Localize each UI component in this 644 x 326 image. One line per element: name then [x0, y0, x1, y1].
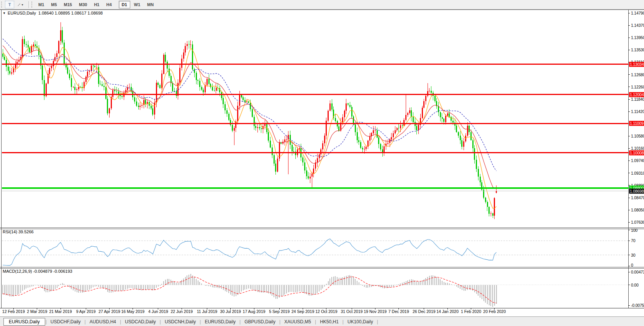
resistance-price-label: 1.13034: [629, 62, 644, 67]
price-axis-label: 1.12680: [631, 72, 644, 77]
dropdown-caret-icon: ▼: [21, 3, 24, 6]
price-axis-label: 1.08890: [631, 183, 644, 188]
mt4-window: T ▼ M1M5M15M30H1H4D1W1MN ▼EURUSD,Daily 1…: [0, 0, 644, 326]
date-axis-label: 12 Oct 2019: [315, 309, 337, 314]
axis-overlay: 1.147901.143701.139501.135301.131101.126…: [0, 0, 644, 326]
date-axis-label: 9 Apr 2019: [76, 309, 96, 314]
date-axis-label: 12 Feb 2019: [2, 309, 25, 314]
chart-caption-text: EURUSD,Daily 1.08640 1.08895 1.08617 1.0…: [8, 11, 103, 15]
rsi-axis-label: 0: [631, 263, 633, 267]
crosshair-tool-button[interactable]: ▼: [15, 1, 26, 8]
price-axis-label: 1.14370: [631, 23, 644, 28]
price-axis-label: 1.09310: [631, 171, 644, 175]
timeframe-button-group: M1M5M15M30H1H4D1W1MN: [35, 1, 160, 8]
date-axis-label: 19 Nov 2019: [364, 309, 387, 314]
toolbar-grip[interactable]: [31, 2, 33, 8]
macd-axis-label: 0.004738: [631, 270, 644, 274]
resistance-price-label: 1.10008: [629, 150, 644, 155]
rsi-label: RSI(14) 39.5266: [3, 229, 34, 234]
date-axis-label: 22 Jun 2019: [170, 309, 193, 314]
timeframe-button-m15[interactable]: M15: [61, 1, 75, 8]
date-axis-label: 14 Jan 2020: [436, 309, 459, 314]
date-axis-label: 17 Aug 2019: [243, 309, 265, 314]
current-price-label: 1.08698: [629, 188, 644, 193]
resistance-price-label: 1.11009: [629, 121, 644, 126]
price-axis-label: 1.10160: [631, 146, 644, 151]
timeframe-button-h1[interactable]: H1: [91, 1, 102, 8]
chart-tab[interactable]: USDCHF,Daily: [47, 319, 84, 325]
timeframe-button-m5[interactable]: M5: [48, 1, 60, 8]
timeframe-button-m1[interactable]: M1: [35, 1, 47, 8]
date-axis-label: 11 Jul 2019: [197, 309, 218, 314]
price-axis-label: 1.13530: [631, 48, 644, 52]
rsi-axis-label: 70: [631, 238, 635, 243]
price-axis-label: 1.08050: [631, 208, 644, 212]
chart-tab-active[interactable]: EURUSD,Daily: [3, 318, 45, 326]
price-axis-label: 1.14790: [631, 11, 644, 15]
price-axis-label: 1.13950: [631, 35, 644, 40]
price-axis-label: 1.09740: [631, 158, 644, 163]
timeframe-button-w1[interactable]: W1: [131, 1, 144, 8]
chart-tab[interactable]: GBPUSD,Daily: [241, 319, 279, 325]
chart-tab[interactable]: HK50,H1: [316, 319, 342, 325]
macd-label: MACD(12,26,9) -0.004879 -0.006193: [3, 269, 72, 274]
chart-tab[interactable]: UK100,Daily: [344, 319, 377, 325]
chart-tab[interactable]: AUDUSD,H4: [86, 319, 120, 325]
macd-axis-label: -0.00758: [631, 303, 644, 308]
date-axis-label: 26 Dec 2019: [413, 309, 436, 314]
date-axis-label: 16 May 2019: [121, 309, 144, 314]
macd-axis-label: 0.00: [631, 283, 639, 287]
chart-tab[interactable]: XAUUSD,M5: [281, 319, 315, 325]
chart-tab[interactable]: EURUSD,Daily: [201, 319, 239, 325]
rsi-axis-label: 100: [631, 228, 637, 233]
date-axis-label: 4 Jun 2019: [148, 309, 168, 314]
toolbar: T ▼ M1M5M15M30H1H4D1W1MN: [0, 0, 644, 10]
date-axis-label: 1 Feb 2020: [461, 309, 481, 314]
timeframe-button-mn[interactable]: MN: [144, 1, 157, 8]
date-axis-label: 31 Oct 2019: [341, 309, 362, 314]
price-axis-label: 1.07630: [631, 220, 644, 224]
chart-tab-bar: EURUSD,Daily|USDCHF,Daily|AUDUSD,H4|USDC…: [0, 316, 644, 326]
resistance-price-label: 1.12004: [629, 92, 644, 97]
date-axis-label: 2 Mar 2019: [27, 309, 47, 314]
price-axis-label: 1.08470: [631, 195, 644, 200]
chart-caret-icon[interactable]: ▼: [3, 11, 6, 15]
price-axis-label: 1.11420: [631, 109, 644, 114]
date-axis-label: 20 Feb 2020: [483, 309, 506, 314]
text-tool-button[interactable]: T: [5, 1, 14, 8]
tab-separator: |: [377, 319, 379, 324]
timeframe-button-d1[interactable]: D1: [119, 1, 130, 8]
price-axis-label: 1.12260: [631, 85, 644, 89]
price-axis-label: 1.13110: [631, 60, 644, 64]
date-axis-label: 30 Jul 2019: [220, 309, 241, 314]
date-axis-label: 27 Apr 2019: [98, 309, 120, 314]
chart-canvas[interactable]: [0, 0, 644, 326]
timeframe-button-m30[interactable]: M30: [76, 1, 90, 8]
date-axis-label: 24 Sep 2019: [292, 309, 315, 314]
price-axis-label: 1.11840: [631, 97, 644, 102]
date-axis-label: 21 Mar 2019: [49, 309, 72, 314]
diagonal-arrows-icon: [18, 2, 20, 7]
date-axis-label: 7 Dec 2019: [388, 309, 409, 314]
toolbar-separator: [28, 1, 29, 8]
date-axis-label: 5 Sep 2019: [269, 309, 290, 314]
price-axis-label: 1.10580: [631, 134, 644, 138]
timeframe-button-h4[interactable]: H4: [103, 1, 115, 8]
chart-tab[interactable]: USDCNH,Daily: [161, 319, 199, 325]
support-price-label: 1.08800: [629, 185, 644, 190]
rsi-axis-label: 30: [631, 253, 635, 257]
chart-caption[interactable]: ▼EURUSD,Daily 1.08640 1.08895 1.08617 1.…: [3, 11, 103, 15]
chart-tab[interactable]: USDCAD,Daily: [121, 319, 159, 325]
toolbar-grip[interactable]: [1, 2, 3, 8]
